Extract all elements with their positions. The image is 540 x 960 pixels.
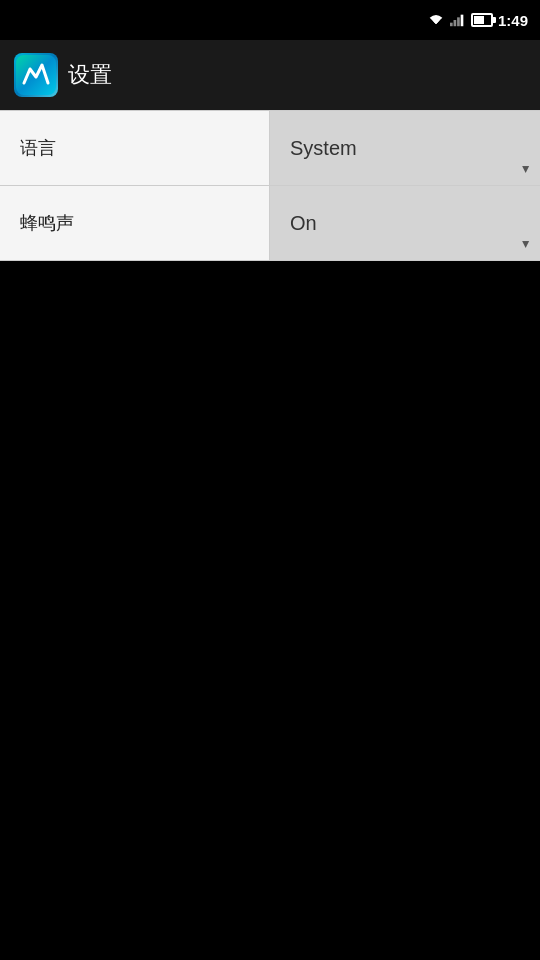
svg-rect-2 [457, 17, 460, 26]
app-logo [14, 53, 58, 97]
svg-rect-1 [454, 20, 457, 26]
app-bar: 设置 [0, 40, 540, 110]
beep-value[interactable]: On [270, 186, 540, 260]
status-icons: 1:49 [427, 12, 528, 29]
status-time: 1:49 [498, 12, 528, 29]
svg-rect-0 [450, 23, 453, 27]
app-bar-title: 设置 [68, 60, 112, 90]
battery-icon [471, 13, 493, 27]
svg-rect-3 [461, 15, 464, 27]
settings-row-beep[interactable]: 蜂鸣声 On [0, 186, 540, 261]
signal-icon [450, 13, 466, 27]
settings-container: 语言 System 蜂鸣声 On [0, 110, 540, 261]
wifi-icon [427, 13, 445, 27]
status-bar: 1:49 [0, 0, 540, 40]
language-label: 语言 [0, 111, 270, 185]
language-value[interactable]: System [270, 111, 540, 185]
settings-row-language[interactable]: 语言 System [0, 111, 540, 186]
beep-label: 蜂鸣声 [0, 186, 270, 260]
